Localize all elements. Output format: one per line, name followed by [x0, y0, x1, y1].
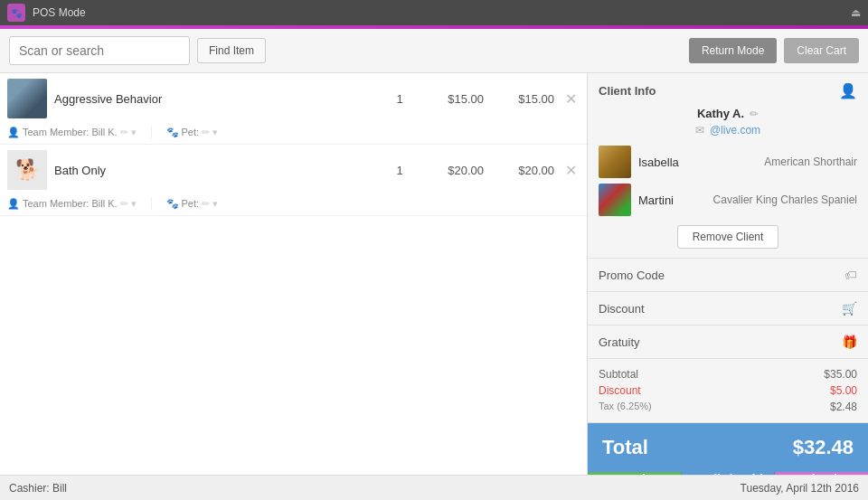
arrow-team-icon[interactable]: ▾: [131, 127, 137, 138]
toolbar: Find Item Return Mode Clear Cart: [0, 29, 868, 73]
edit-pet-icon[interactable]: ✏: [202, 127, 210, 138]
pet-breed: American Shorthair: [764, 156, 857, 168]
total-bar: Total $32.48: [588, 423, 868, 472]
top-bar: 🐾 POS Mode ⏏: [0, 0, 868, 25]
clear-cart-button[interactable]: Clear Cart: [784, 38, 859, 63]
divider: [151, 126, 152, 138]
main-area: Aggressive Behavior 1 $15.00 $15.00 ✕ 👤 …: [0, 73, 868, 475]
subtotal-row: Subtotal $35.00: [599, 366, 857, 382]
pet-label: Pet:: [182, 198, 200, 209]
right-panel: Client Info 👤 Kathy A. ✏ ✉ @live.com Isa…: [588, 73, 868, 475]
team-member-label: Team Member: Bill K.: [23, 127, 118, 137]
app-icon: 🐾: [7, 4, 25, 22]
item-image: [7, 79, 47, 118]
item-image: 🐕: [7, 150, 47, 190]
discount-row-value: $5.00: [830, 384, 857, 397]
pet-name: Isabella: [638, 156, 757, 169]
exit-icon[interactable]: ⏏: [851, 6, 861, 19]
item-qty: 1: [386, 164, 413, 177]
pet-breed: Cavalier King Charles Spaniel: [713, 193, 857, 206]
arrow-pet-icon[interactable]: ▾: [212, 127, 218, 138]
cart-item: Aggressive Behavior 1 $15.00 $15.00 ✕ 👤 …: [0, 73, 587, 145]
pet-row: Isabella American Shorthair: [599, 146, 857, 178]
gratuity-section[interactable]: Gratuity 🎁: [588, 325, 868, 359]
arrow-team-icon[interactable]: ▾: [131, 198, 137, 210]
promo-code-title: Promo Code: [599, 269, 665, 282]
paw-icon: 🐾: [166, 127, 179, 138]
team-member-meta: 👤 Team Member: Bill K. ✏ ▾: [7, 127, 137, 138]
tax-label: Tax (6.25%): [599, 401, 652, 413]
email-icon: ✉: [695, 124, 704, 137]
divider: [151, 197, 152, 210]
item-price: $15.00: [420, 92, 484, 106]
person-icon: 👤: [7, 198, 20, 210]
item-total: $15.00: [491, 92, 554, 106]
promo-code-section[interactable]: Promo Code 🏷: [588, 259, 868, 292]
gratuity-title: Gratuity: [599, 335, 640, 349]
date-label: Tuesday, April 12th 2016: [741, 482, 859, 495]
subtotal-label: Subtotal: [599, 368, 638, 381]
cart-panel: Aggressive Behavior 1 $15.00 $15.00 ✕ 👤 …: [0, 73, 588, 475]
pet-image: [599, 146, 631, 178]
cashier-label: Cashier: Bill: [9, 482, 67, 495]
tax-row: Tax (6.25%) $2.48: [599, 399, 857, 415]
payment-buttons: Cash Credit / Debit Check: [588, 472, 868, 475]
promo-icon: 🏷: [844, 268, 857, 282]
find-item-button[interactable]: Find Item: [197, 38, 266, 63]
team-member-label: Team Member: Bill K.: [23, 198, 118, 209]
edit-client-button[interactable]: ✏: [750, 108, 759, 120]
client-info-section: Client Info 👤 Kathy A. ✏ ✉ @live.com Isa…: [588, 73, 868, 259]
remove-item-button[interactable]: ✕: [561, 162, 580, 179]
person-icon: 👤: [7, 127, 20, 138]
edit-team-icon[interactable]: ✏: [120, 198, 128, 210]
client-person-icon: 👤: [839, 82, 857, 99]
subtotal-value: $35.00: [824, 368, 857, 381]
gratuity-icon: 🎁: [842, 335, 857, 349]
client-email[interactable]: @live.com: [710, 124, 760, 137]
remove-item-button[interactable]: ✕: [561, 90, 580, 108]
discount-title: Discount: [599, 302, 645, 316]
return-mode-button[interactable]: Return Mode: [689, 38, 777, 63]
item-qty: 1: [386, 92, 413, 106]
total-label: Total: [602, 436, 648, 459]
pet-image: [599, 184, 631, 216]
item-price: $20.00: [420, 164, 484, 177]
client-info-title: Client Info: [599, 84, 656, 98]
pet-name: Martini: [638, 193, 706, 207]
paw-icon: 🐾: [166, 198, 179, 210]
pos-mode-label: POS Mode: [33, 6, 86, 19]
discount-section[interactable]: Discount 🛒: [588, 292, 868, 325]
remove-client-button[interactable]: Remove Client: [677, 225, 779, 249]
cash-button[interactable]: Cash: [588, 472, 682, 475]
discount-row: Discount $5.00: [599, 382, 857, 399]
pet-meta: 🐾 Pet: ✏ ▾: [166, 127, 219, 138]
edit-pet-icon[interactable]: ✏: [202, 198, 210, 210]
tax-value: $2.48: [830, 401, 857, 413]
pets-list: Isabella American Shorthair Martini Cava…: [599, 146, 857, 216]
discount-row-label: Discount: [599, 384, 641, 397]
client-name: Kathy A.: [697, 107, 744, 120]
pet-meta: 🐾 Pet: ✏ ▾: [166, 198, 219, 210]
arrow-pet-icon[interactable]: ▾: [212, 198, 218, 210]
item-total: $20.00: [491, 164, 554, 177]
credit-debit-button[interactable]: Credit / Debit: [682, 472, 776, 475]
total-value: $32.48: [793, 436, 854, 459]
totals-section: Subtotal $35.00 Discount $5.00 Tax (6.25…: [588, 359, 868, 423]
cart-item: 🐕 Bath Only 1 $20.00 $20.00 ✕ 👤 Team Mem…: [0, 145, 587, 216]
check-button[interactable]: Check: [775, 472, 868, 475]
edit-team-icon[interactable]: ✏: [120, 127, 128, 138]
discount-icon: 🛒: [842, 301, 857, 316]
status-bar: Cashier: Bill Tuesday, April 12th 2016: [0, 475, 868, 500]
pet-row: Martini Cavalier King Charles Spaniel: [599, 184, 857, 216]
team-member-meta: 👤 Team Member: Bill K. ✏ ▾: [7, 198, 137, 210]
item-name: Aggressive Behavior: [54, 92, 379, 106]
search-input[interactable]: [9, 36, 190, 65]
pet-label: Pet:: [182, 127, 200, 137]
item-name: Bath Only: [54, 164, 379, 177]
